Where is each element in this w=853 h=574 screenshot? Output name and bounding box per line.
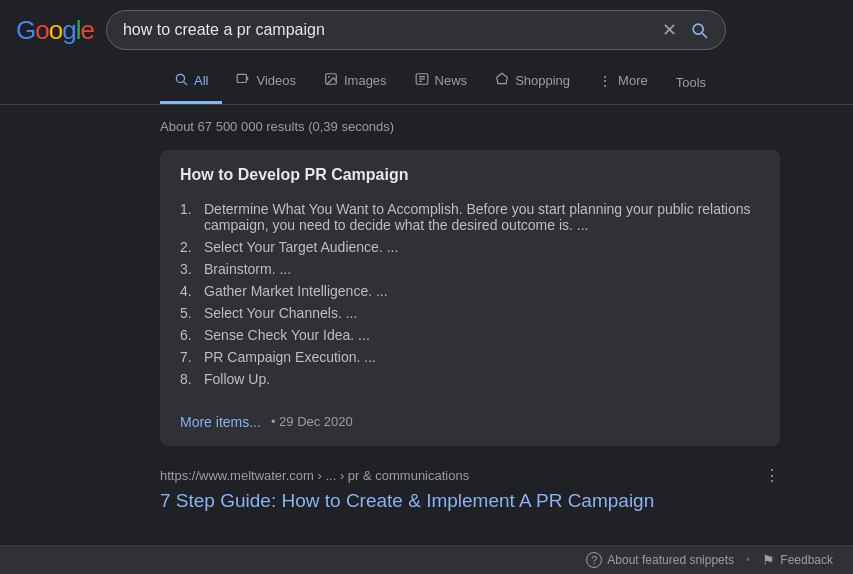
tab-news[interactable]: News [401,60,482,104]
search-input[interactable] [123,21,662,39]
tab-news-label: News [435,73,468,88]
svg-marker-10 [497,73,508,84]
tab-shopping[interactable]: Shopping [481,60,584,104]
tab-all-label: All [194,73,208,88]
tab-more[interactable]: ⋮ More [584,61,662,104]
more-items-link[interactable]: More items... [180,414,261,430]
news-icon [415,72,429,89]
results-count: About 67 500 000 results (0,39 seconds) [160,119,853,134]
svg-marker-3 [247,76,249,81]
feedback-button[interactable]: ⚑ Feedback [762,552,833,568]
search-clear-button[interactable]: ✕ [662,19,677,41]
results-area: About 67 500 000 results (0,39 seconds) … [0,105,853,538]
list-item: 7.PR Campaign Execution. ... [180,346,760,368]
question-icon: ? [586,552,602,568]
result-title[interactable]: 7 Step Guide: How to Create & Implement … [160,490,654,511]
result-item: https://www.meltwater.com › ... › pr & c… [160,466,780,514]
list-item: 6.Sense Check Your Idea. ... [180,324,760,346]
tab-all[interactable]: All [160,60,222,104]
result-url-row: https://www.meltwater.com › ... › pr & c… [160,466,780,485]
snippet-title: How to Develop PR Campaign [180,166,760,184]
list-item: 3.Brainstorm. ... [180,258,760,280]
tab-more-label: More [618,73,648,88]
list-item: 4.Gather Market Intelligence. ... [180,280,760,302]
separator-dot: • [746,553,750,567]
more-icon: ⋮ [598,73,612,89]
result-more-button[interactable]: ⋮ [764,466,780,485]
all-icon [174,72,188,89]
list-item: 5.Select Your Channels. ... [180,302,760,324]
list-item: 1.Determine What You Want to Accomplish.… [180,198,760,236]
svg-rect-2 [238,74,247,82]
tab-videos[interactable]: Videos [222,60,310,104]
list-item: 2.Select Your Target Audience. ... [180,236,760,258]
bottom-bar: ? About featured snippets • ⚑ Feedback [0,545,853,574]
snippet-date: • 29 Dec 2020 [271,414,353,429]
about-featured-snippets[interactable]: ? About featured snippets [586,552,734,568]
feedback-icon: ⚑ [762,552,775,568]
tools-button[interactable]: Tools [662,63,720,102]
snippet-list: 1.Determine What You Want to Accomplish.… [180,198,760,390]
svg-line-1 [184,82,187,85]
tab-images[interactable]: Images [310,60,401,104]
shopping-icon [495,72,509,89]
about-featured-snippets-label: About featured snippets [607,553,734,567]
header: Google ✕ [0,0,853,60]
search-bar[interactable]: ✕ [106,10,726,50]
svg-point-5 [328,76,330,78]
nav-bar: All Videos Images News Shopping [0,60,853,105]
list-item: 8.Follow Up. [180,368,760,390]
search-submit-button[interactable] [689,20,709,40]
tab-shopping-label: Shopping [515,73,570,88]
result-url: https://www.meltwater.com › ... › pr & c… [160,468,469,483]
featured-snippet: How to Develop PR Campaign 1.Determine W… [160,150,780,446]
tab-images-label: Images [344,73,387,88]
google-logo: Google [16,15,94,46]
tab-videos-label: Videos [256,73,296,88]
images-icon [324,72,338,89]
feedback-label: Feedback [780,553,833,567]
nav-tabs: All Videos Images News Shopping [160,60,662,104]
videos-icon [236,72,250,89]
